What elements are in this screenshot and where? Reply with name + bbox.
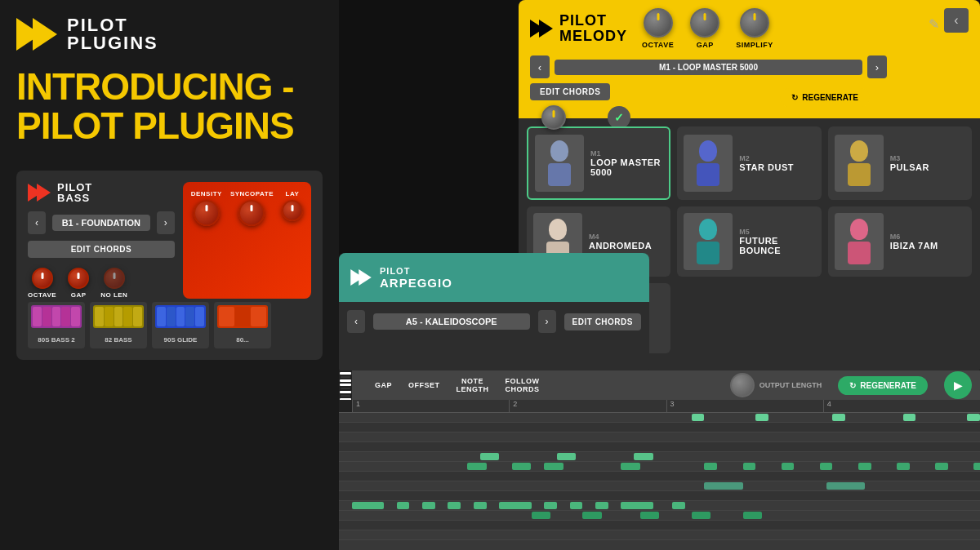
arpeggio-edit-chords-button[interactable]: EDIT CHORDS	[564, 313, 641, 330]
piano-key-spacer	[339, 400, 352, 412]
bass-preset-nav: ‹ B1 - FOUNDATION ›	[28, 211, 175, 234]
bass-prev-button[interactable]: ‹	[28, 211, 46, 234]
bass-layer-knob[interactable]	[282, 200, 303, 221]
melody-preset-info-m3: M3 PULSAR	[890, 154, 965, 172]
mini-line-6	[920, 69, 949, 73]
svg-marker-1	[33, 18, 57, 51]
bass-preset-80sbass2[interactable]: 80S BASS 2	[28, 302, 85, 348]
melody-preset-info-m6: M6 IBIZA 7AM	[890, 233, 965, 251]
bass-logo-icon	[28, 184, 51, 202]
regen-icon-2: ↻	[849, 381, 856, 390]
piano-roll-regenerate-button[interactable]: ↻ REGENERATE	[838, 376, 928, 395]
avatar-figure-m5	[684, 213, 733, 270]
piano-key-white-2	[340, 379, 351, 382]
melody-prev-button[interactable]: ‹	[530, 55, 550, 78]
output-length-knob[interactable]	[730, 373, 755, 397]
bass-preset-82bass[interactable]: 82 BASS	[90, 302, 147, 348]
note-c-1	[352, 502, 384, 509]
bass-panel: PILOT BASS ‹ B1 - FOUNDATION › EDIT CHOR…	[16, 171, 323, 360]
melody-preset-info-m2: M2 STAR DUST	[739, 154, 814, 172]
bass-preset-thumb-label-2: 82 BASS	[105, 336, 131, 344]
bass-knob-labels-bottom: OCTAVE GAP NO LEN	[28, 268, 175, 299]
bass-header: PILOT BASS	[28, 182, 175, 203]
melody-title-text: PILOT MELODY	[559, 13, 627, 45]
melody-preset-id-m2: M2	[739, 154, 814, 162]
piano-roll-play-button[interactable]: ▶	[944, 371, 972, 399]
melody-next-button[interactable]: ›	[867, 55, 887, 78]
bass-title: PILOT BASS	[57, 182, 92, 203]
regen-label-2: REGENERATE	[860, 381, 916, 390]
melody-simplify-knob[interactable]	[740, 8, 769, 38]
bass-next-button[interactable]: ›	[157, 211, 175, 234]
roll-lane-b	[339, 511, 980, 521]
roll-lane-d	[339, 481, 980, 491]
mini-line-3	[920, 49, 964, 54]
bass-title-pilot: PILOT	[57, 182, 92, 193]
bass-layer-label: LAY	[286, 190, 300, 197]
roll-param-offset: OFFSET	[408, 381, 440, 389]
melody-simplify-label: SIMPLIFY	[736, 41, 773, 49]
arpeggio-preset-name: A5 - KALEIDOSCOPE	[373, 313, 530, 330]
measure-3: 3	[666, 400, 823, 412]
mini-line-2	[920, 42, 959, 47]
melody-preset-card-m3[interactable]: M3 PULSAR	[828, 126, 972, 200]
melody-followchords-check[interactable]: ✓	[608, 106, 630, 129]
bass-density-label: DENSITY	[191, 190, 222, 197]
melody-logo-icon	[530, 20, 553, 38]
melody-mini-preview	[920, 36, 969, 80]
piano-key-black-2	[341, 388, 350, 389]
melody-preset-label-m1: LOOP MASTER 5000	[590, 157, 662, 177]
mini-line-4	[920, 55, 954, 60]
measure-1: 1	[352, 400, 509, 412]
melody-regenerate-button[interactable]: ↻ REGENERATE	[780, 88, 870, 107]
roll-lane-fsharp	[339, 442, 980, 452]
bass-octave-label: OCTAVE	[28, 291, 56, 299]
melody-header: PILOT MELODY OCTAVE GAP	[519, 0, 980, 118]
bass-preset-name: B1 - FOUNDATION	[52, 215, 150, 231]
melody-preset-card-m6[interactable]: M6 IBIZA 7AM	[828, 206, 972, 277]
melody-avatar-m6	[835, 213, 884, 270]
note-c-3	[422, 502, 435, 509]
mini-line-1	[920, 36, 969, 41]
bass-preset-80s[interactable]: 80...	[214, 302, 271, 348]
bass-octave-knob[interactable]	[32, 268, 53, 289]
melody-gap-knob[interactable]	[690, 8, 719, 38]
pilot-logo-icon	[16, 18, 57, 51]
note-e-10	[897, 463, 910, 470]
svg-marker-5	[539, 20, 553, 38]
melody-notelen-knob[interactable]	[541, 105, 566, 130]
melody-preset-card-m5[interactable]: M5 FUTURE BOUNCE	[677, 206, 821, 277]
avatar-figure-m1	[535, 135, 584, 192]
melody-preset-label-m4: ANDROMEDA	[589, 241, 664, 251]
melody-octave-knob[interactable]	[644, 8, 673, 38]
bass-syncopate-knob[interactable]	[238, 200, 265, 226]
mini-line-7	[920, 75, 956, 80]
bass-preset-90sglide[interactable]: 90S GLIDE	[152, 302, 209, 348]
melody-preset-card-m2[interactable]: M2 STAR DUST	[677, 126, 821, 200]
arpeggio-prev-button[interactable]: ‹	[347, 310, 365, 333]
arpeggio-next-button[interactable]: ›	[538, 310, 556, 333]
bass-thumb-keys-2	[93, 305, 144, 328]
bass-gap-label: GAP	[71, 291, 87, 299]
note-e-12	[973, 463, 980, 470]
note-d-2	[826, 482, 865, 490]
melody-octave-label: OCTAVE	[642, 41, 674, 49]
melody-edit-chords-button[interactable]: EDIT CHORDS	[530, 83, 610, 100]
melody-preset-label-m3: PULSAR	[890, 162, 965, 172]
melody-scroll-back-button[interactable]: ‹	[944, 8, 969, 33]
note-b-3	[640, 512, 660, 519]
melody-header-left: PILOT MELODY OCTAVE GAP	[530, 8, 887, 140]
bass-density-knob[interactable]	[194, 200, 220, 226]
mini-line-5	[920, 62, 961, 67]
avatar-figure-m3	[835, 135, 884, 192]
melody-preset-card-m1[interactable]: M1 LOOP MASTER 5000	[527, 126, 670, 200]
note-b-4	[692, 512, 711, 519]
svg-marker-7	[359, 269, 371, 286]
note-e-6	[743, 463, 756, 470]
melody-preset-id-m6: M6	[890, 233, 965, 241]
roll-lane-e	[339, 462, 980, 472]
bass-notelen-knob[interactable]	[104, 268, 125, 289]
bass-edit-chords-button[interactable]: EDIT CHORDS	[28, 241, 175, 258]
logo-area: PILOT PLUGINS	[16, 16, 323, 52]
bass-gap-knob[interactable]	[68, 268, 89, 289]
